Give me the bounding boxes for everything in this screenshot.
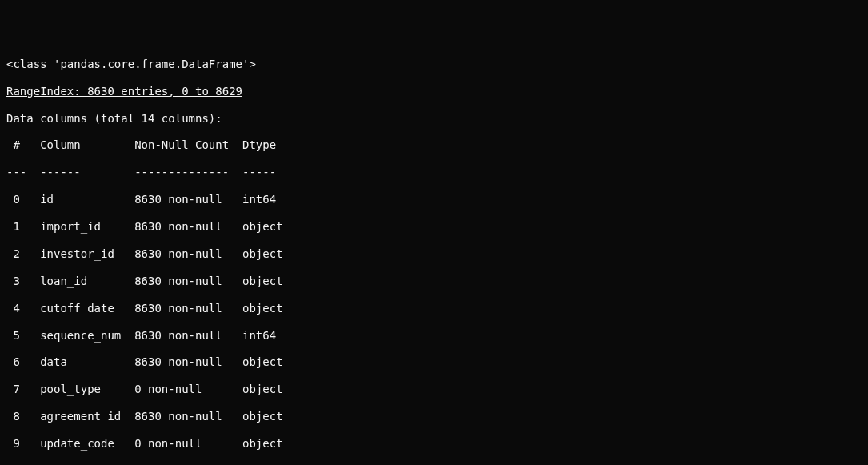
df1-row: 5 sequence_num 8630 non-null int64 [6, 329, 862, 343]
df1-class: <class 'pandas.core.frame.DataFrame'> [6, 58, 862, 71]
df1-range-index: RangeIndex: 8630 entries, 0 to 8629 [6, 85, 862, 98]
df1-row: 2 investor_id 8630 non-null object [6, 247, 862, 261]
df1-col-divider: --- ------ -------------- ----- [6, 166, 862, 179]
df1-row: 9 update_code 0 non-null object [6, 437, 862, 451]
df1-row: 4 cutoff_date 8630 non-null object [6, 302, 862, 315]
df1-row: 0 id 8630 non-null int64 [6, 193, 862, 206]
df1-col-header: # Column Non-Null Count Dtype [6, 138, 862, 152]
df1-row: 1 import_id 8630 non-null object [6, 220, 862, 234]
df1-row: 8 agreement_id 8630 non-null object [6, 410, 862, 423]
df1-row: 6 data 8630 non-null object [6, 355, 862, 369]
df1-row: 3 loan_id 8630 non-null object [6, 275, 862, 288]
df1-row: 7 pool_type 0 non-null object [6, 383, 862, 396]
df1-cols-header: Data columns (total 14 columns): [6, 112, 862, 126]
